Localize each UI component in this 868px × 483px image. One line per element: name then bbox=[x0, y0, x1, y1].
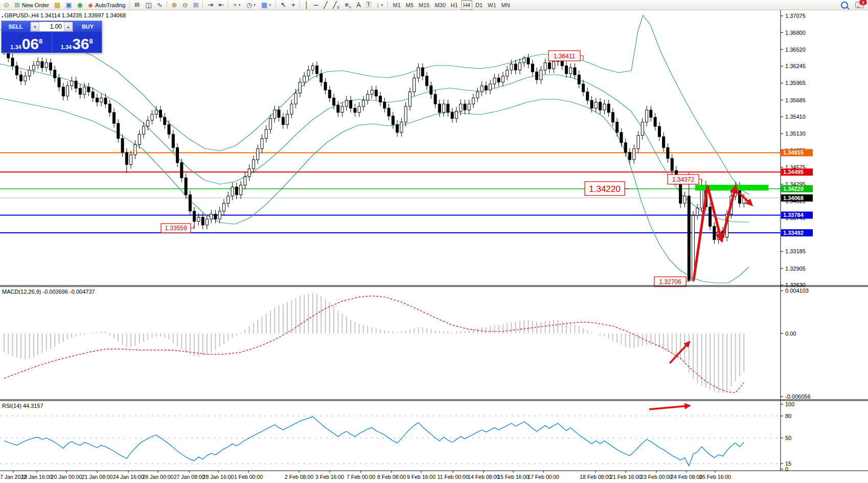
notification-badge[interactable]: 1 bbox=[859, 0, 867, 5]
periods-button-caret[interactable]: ▼ bbox=[253, 4, 256, 7]
candle-body bbox=[523, 58, 526, 62]
candle-body bbox=[595, 102, 597, 108]
candle-body bbox=[362, 100, 364, 106]
zoom-out-icon[interactable]: ⊖ bbox=[180, 0, 190, 10]
price-axis-tick-label: 1.35965 bbox=[785, 80, 806, 86]
bar-chart-icon[interactable]: ≣ bbox=[132, 0, 142, 10]
autotrading-button[interactable]: ◈AutoTrading bbox=[86, 0, 128, 10]
fibonacci-icon[interactable]: ≡F bbox=[342, 0, 353, 10]
candle-body bbox=[650, 110, 652, 117]
timeframe-button-d1[interactable]: D1 bbox=[473, 0, 485, 10]
candle-body bbox=[142, 126, 145, 134]
candle-body bbox=[387, 108, 390, 116]
time-axis-label: 20 Jan 00:00 bbox=[51, 474, 82, 480]
sell-price[interactable]: 1.34 06 8 bbox=[2, 32, 52, 53]
candle-body bbox=[49, 63, 52, 70]
candle-body bbox=[578, 75, 580, 84]
candle-body bbox=[696, 208, 699, 215]
candle-body bbox=[197, 217, 200, 222]
text-label-icon[interactable]: T bbox=[364, 0, 373, 10]
crosshair-icon[interactable]: + bbox=[289, 0, 298, 10]
depth-of-market-icon[interactable]: ▦ bbox=[52, 0, 62, 10]
candle-body bbox=[244, 177, 246, 185]
candle-body bbox=[164, 117, 166, 124]
timeframe-button-m1[interactable]: M1 bbox=[391, 0, 402, 10]
trendline-icon[interactable]: ╱ bbox=[322, 0, 330, 10]
volume-up-button[interactable]: ▲ bbox=[64, 22, 73, 31]
zoom-in-icon[interactable]: ⊕ bbox=[170, 0, 179, 10]
timeframe-button-m15[interactable]: M15 bbox=[417, 0, 431, 10]
candle-body bbox=[371, 90, 373, 94]
timeframe-button-m5[interactable]: M5 bbox=[404, 0, 416, 10]
candlestick-chart-icon[interactable]: ◫ bbox=[143, 0, 153, 10]
candle-body bbox=[273, 110, 276, 119]
periods-button[interactable]: ◷▼ bbox=[244, 0, 258, 10]
signals-icon[interactable]: ◉ bbox=[75, 0, 85, 10]
horizontal-line-icon[interactable]: ─ bbox=[312, 0, 321, 10]
candle-body bbox=[265, 129, 267, 139]
cursor-icon[interactable]: ↖ bbox=[279, 0, 288, 10]
candle-body bbox=[100, 98, 103, 102]
arrows-tool-icon: ↕ bbox=[376, 2, 380, 8]
macd-axis-tick-label: -0.006056 bbox=[785, 393, 811, 400]
timeframe-button-mn[interactable]: MN bbox=[499, 0, 512, 10]
mql5-community-icon[interactable]: ▣ bbox=[63, 0, 74, 10]
equidistant-channel-icon[interactable]: ╱E bbox=[331, 0, 342, 10]
sell-button[interactable]: SELL bbox=[2, 21, 30, 32]
clipped-search-icon[interactable]: ⊙ bbox=[2, 0, 11, 10]
candle-body bbox=[240, 185, 242, 195]
candle-body bbox=[32, 65, 35, 70]
timeframe-button-h4[interactable]: H4 bbox=[461, 0, 472, 10]
candle-body bbox=[223, 203, 225, 211]
candle-body bbox=[501, 76, 504, 82]
candle-body bbox=[290, 104, 293, 114]
volume-input[interactable] bbox=[39, 22, 64, 31]
candle-body bbox=[104, 98, 107, 104]
candle-body bbox=[574, 68, 576, 75]
templates-button-caret[interactable]: ▼ bbox=[268, 4, 271, 7]
candle-body bbox=[58, 78, 60, 87]
chart-shift-icon[interactable]: ⇤ bbox=[216, 0, 226, 10]
buy-button[interactable]: BUY bbox=[74, 21, 102, 32]
volume-down-button[interactable]: ▼ bbox=[31, 22, 39, 31]
candle-body bbox=[168, 124, 170, 134]
candle-body bbox=[375, 90, 377, 96]
candle-body bbox=[430, 86, 432, 95]
arrows-tool-icon[interactable]: ↕▼ bbox=[374, 0, 385, 10]
candle-body bbox=[87, 87, 90, 92]
signals-icon: ◉ bbox=[77, 2, 83, 8]
chat-icon[interactable]: 1 bbox=[855, 2, 864, 8]
sell-price-big: 06 bbox=[22, 37, 39, 51]
chart-canvas[interactable]: 1.364111.343721.342201.335591.327061.370… bbox=[0, 0, 868, 483]
search-icon[interactable] bbox=[841, 2, 848, 9]
vertical-line-icon[interactable]: │ bbox=[303, 0, 311, 10]
candle-body bbox=[71, 81, 73, 85]
text-icon[interactable]: A bbox=[354, 0, 363, 10]
timeframe-button-h1[interactable]: H1 bbox=[449, 0, 460, 10]
line-chart-icon[interactable]: ∿ bbox=[155, 0, 165, 10]
candle-body bbox=[311, 66, 314, 70]
autotrading-button: ◈ bbox=[88, 2, 93, 8]
candle-body bbox=[303, 76, 306, 82]
candle-body bbox=[464, 104, 466, 110]
price-axis-tick-label: 1.32905 bbox=[785, 266, 806, 272]
mql5-community-icon: ▣ bbox=[65, 2, 72, 8]
candle-body bbox=[227, 196, 230, 203]
auto-scroll-icon[interactable]: ⇥ bbox=[205, 0, 215, 10]
new-order-button[interactable]: ⊞New Order bbox=[12, 0, 51, 10]
candle-body bbox=[460, 104, 462, 111]
time-axis-label: 1 Feb 00:00 bbox=[234, 474, 263, 480]
candle-body bbox=[337, 105, 339, 113]
indicators-button[interactable]: +▼ bbox=[231, 0, 243, 10]
arrows-tool-icon-caret[interactable]: ▼ bbox=[381, 4, 384, 7]
timeframe-button-m30[interactable]: M30 bbox=[432, 0, 447, 10]
candle-body bbox=[278, 110, 280, 117]
tile-windows-icon[interactable]: ⊞ bbox=[191, 0, 200, 10]
price-axis-tag-text: 1.33784 bbox=[783, 212, 804, 218]
indicators-button-caret[interactable]: ▼ bbox=[238, 4, 241, 7]
templates-button[interactable]: ▦▼ bbox=[259, 0, 273, 10]
candle-body bbox=[354, 108, 356, 112]
timeframe-button-w1[interactable]: W1 bbox=[486, 0, 498, 10]
buy-price[interactable]: 1.34 36 8 bbox=[52, 32, 102, 53]
candle-body bbox=[586, 92, 589, 101]
